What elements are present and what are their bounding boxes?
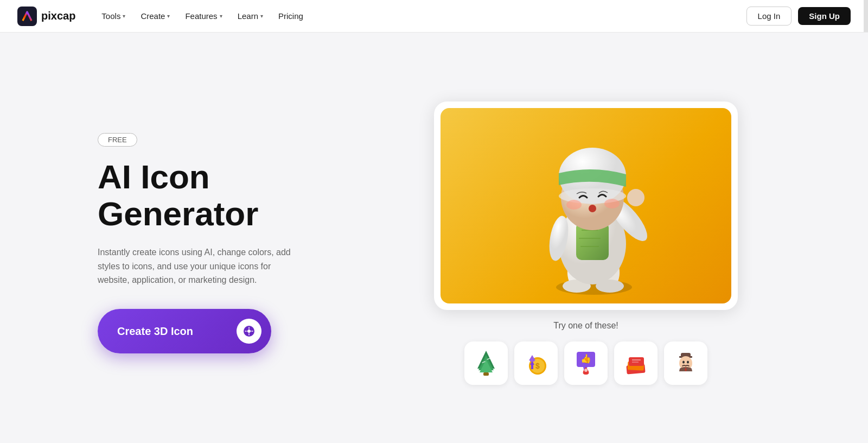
svg-point-17: [604, 199, 620, 208]
svg-rect-22: [483, 372, 489, 376]
svg-rect-33: [629, 357, 644, 366]
sample-icon-books[interactable]: [614, 341, 658, 385]
sample-icon-detective[interactable]: [664, 341, 707, 385]
login-button[interactable]: Log In: [746, 7, 792, 26]
nav-left: pixcap Tools ▾ Create ▾ Features ▾ Learn…: [17, 7, 310, 26]
logo[interactable]: pixcap: [17, 7, 75, 26]
free-badge: FREE: [98, 133, 137, 147]
svg-point-2: [248, 330, 250, 332]
try-text: Try one of these!: [553, 321, 618, 331]
chevron-down-icon: ▾: [167, 13, 170, 19]
sample-icon-location[interactable]: 👍 ♥: [564, 341, 608, 385]
logo-text: pixcap: [41, 10, 75, 22]
nav-item-pricing[interactable]: Pricing: [272, 8, 310, 24]
chevron-down-icon: ▾: [123, 13, 125, 19]
preview-image: [441, 108, 731, 303]
main-content: FREE AI Icon Generator Instantly create …: [0, 33, 868, 443]
scrollbar[interactable]: [864, 0, 868, 32]
chevron-down-icon: ▾: [260, 13, 263, 19]
svg-rect-0: [17, 7, 37, 26]
create-icon: [237, 319, 261, 344]
hero-description: Instantly create icons using AI, change …: [98, 245, 304, 287]
nav-item-features[interactable]: Features ▾: [178, 8, 228, 24]
character-illustration: [499, 113, 673, 298]
svg-text:♥: ♥: [584, 356, 588, 363]
hero-right: Try one of these! $: [369, 102, 803, 385]
preview-card: [434, 102, 738, 310]
svg-point-11: [627, 189, 644, 206]
sample-icons-row: $ 👍 ♥: [464, 341, 707, 385]
nav-item-create[interactable]: Create ▾: [134, 8, 176, 24]
svg-point-29: [584, 369, 588, 372]
navbar: pixcap Tools ▾ Create ▾ Features ▾ Learn…: [0, 0, 868, 33]
svg-point-39: [682, 361, 685, 364]
hero-left: FREE AI Icon Generator Instantly create …: [98, 133, 326, 353]
nav-item-learn[interactable]: Learn ▾: [231, 8, 270, 24]
nav-menu: Tools ▾ Create ▾ Features ▾ Learn ▾ Pric…: [95, 8, 310, 24]
nav-item-tools[interactable]: Tools ▾: [95, 8, 132, 24]
logo-icon: [17, 7, 37, 26]
signup-button[interactable]: Sign Up: [798, 7, 851, 25]
svg-point-18: [589, 205, 596, 212]
nav-right: Log In Sign Up: [746, 7, 851, 26]
sample-icon-coin-arrow[interactable]: $: [514, 341, 558, 385]
chevron-down-icon: ▾: [220, 13, 222, 19]
svg-point-16: [566, 200, 582, 210]
svg-text:$: $: [535, 362, 540, 370]
create-3d-icon-button[interactable]: Create 3D Icon: [98, 309, 271, 353]
hero-title: AI Icon Generator: [98, 159, 326, 232]
sample-icon-tree[interactable]: [464, 341, 508, 385]
svg-point-40: [687, 361, 689, 364]
magic-wand-icon: [243, 325, 255, 337]
